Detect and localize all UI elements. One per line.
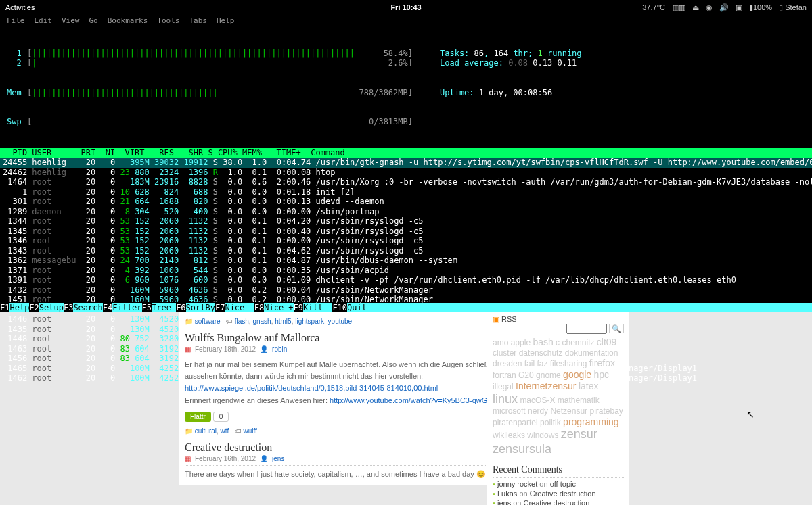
flattr-button[interactable]: Flattr [185,412,211,422]
rss-icon[interactable]: ▣ [493,315,499,323]
folder-link[interactable]: software [195,318,221,325]
tag-cloud-item[interactable]: firefox [589,358,615,368]
tag-link[interactable]: wtf [221,427,229,435]
blog-sidebar: ▣ RSS 🔍 amo apple bash c chemnitz clt09 … [487,312,629,505]
tag-link[interactable]: wulff [244,427,257,435]
menu-edit[interactable]: Edit [35,16,53,26]
disk-icon[interactable]: ▥▥ [672,3,685,12]
calendar-icon: ▦ [185,455,191,462]
process-row[interactable]: 1432 root 20 0 160M 5960 4636 S 0.0 0.2 … [0,285,812,295]
clock[interactable]: Fri 10:43 [390,3,421,11]
process-row[interactable]: 1289 daemon 20 0 8 304 520 400 S 0.0 0.0… [0,207,812,217]
process-row[interactable]: 1362 messagebu 20 0 24 700 2140 812 S 0.… [0,256,812,266]
comment-post-link[interactable]: Creative destruction [524,499,590,505]
tag-cloud-item[interactable]: google [563,369,591,380]
process-row[interactable]: 1344 root 20 0 53 152 2060 1132 S 0.0 0.… [0,216,812,226]
tag-cloud-item[interactable]: bash [533,337,553,347]
tag-cloud-item[interactable]: windows [527,431,558,440]
comment-post-link[interactable]: Creative destruction [530,489,596,498]
tag-cloud-item[interactable]: zensursula [493,442,551,456]
eject-icon[interactable]: ⏏ [692,3,699,12]
tag-cloud-item[interactable]: amo [493,338,508,347]
post-date: February 18th, 2012 [195,345,256,353]
htop-fkeys[interactable]: F1HelpF2SetupF3SearchF4FilterF5Tree F6So… [0,303,812,313]
tag-cloud-item[interactable]: piratenpartei [493,418,538,427]
activities-button[interactable]: Activities [5,3,35,11]
tag-cloud-item[interactable]: datenschutz [519,348,563,358]
tag-cloud-item[interactable]: latex [579,381,599,391]
tag-cloud-item[interactable]: fail [524,359,535,368]
tag-cloud-item[interactable]: cluster [493,348,516,358]
battery-indicator[interactable]: ▮100% [749,3,772,12]
tag-cloud-item[interactable]: politik [540,418,561,427]
tag-link[interactable]: lightspark [295,318,324,325]
process-row[interactable]: 1371 root 20 0 4 392 1000 544 S 0.0 0.0 … [0,266,812,276]
tag-cloud-item[interactable]: wikileaks [493,431,525,440]
tag-cloud-item[interactable]: linux [493,392,518,406]
post-author[interactable]: robin [272,345,287,353]
menu-view[interactable]: View [62,16,80,26]
tag-cloud-item[interactable]: hpc [594,369,610,380]
process-row[interactable]: 301 root 20 0 21 664 1688 820 S 0.0 0.0 … [0,197,812,207]
tag-cloud-item[interactable]: microsoft [493,406,526,416]
menu-help[interactable]: Help [217,16,235,26]
process-row[interactable]: 1 root 20 0 10 628 824 688 S 0.0 0.0 0:0… [0,187,812,197]
tag-cloud-item[interactable]: piratebay [589,406,623,416]
accessibility-icon[interactable]: ◉ [706,3,713,12]
post-date: February 16th, 2012 [195,455,256,462]
process-row[interactable]: 1391 root 20 0 6 960 1076 600 S 0.0 0.0 … [0,275,812,285]
menu-bookmarks[interactable]: Bookmarks [108,16,148,26]
tag-cloud-item[interactable]: programming [563,416,618,427]
tag-link[interactable]: gnash [252,318,271,325]
process-row[interactable]: 1464 root 20 0 183M 23916 8828 S 0.0 0.6… [0,177,812,187]
volume-icon[interactable]: 🔊 [719,3,729,12]
tag-cloud-item[interactable]: fortran [493,370,516,380]
tag-cloud-item[interactable]: faz [537,359,547,368]
tag-cloud-item[interactable]: chemnitz [562,338,594,347]
external-link[interactable]: http://www.youtube.com/watch?v=Ky5BC3-qw… [330,396,493,404]
process-row[interactable]: 1343 root 20 0 53 152 2060 1132 S 0.0 0.… [0,246,812,256]
tag-cloud-item[interactable]: nerdy [528,406,548,416]
user-icon: 👤 [260,345,268,353]
external-link[interactable]: http://www.spiegel.de/politik/deutschlan… [185,384,438,392]
post-author[interactable]: jens [272,455,284,462]
comment-post-link[interactable]: off topic [550,480,576,488]
tag-cloud-item[interactable]: dresden [493,359,522,368]
temperature-indicator[interactable]: 37.7°C [642,3,665,11]
tag-link[interactable]: youtube [328,318,353,325]
tag-cloud-item[interactable]: mathematik [558,395,600,405]
process-row[interactable]: 1346 root 20 0 53 152 2060 1132 S 0.0 0.… [0,236,812,246]
menu-go[interactable]: Go [89,16,98,26]
tag-link[interactable]: cultural [195,427,217,435]
search-input[interactable] [566,324,607,334]
tag-cloud-item[interactable]: gnome [536,370,561,380]
menu-tools[interactable]: Tools [157,16,179,26]
search-icon[interactable]: 🔍 [609,324,624,333]
htop-column-header[interactable]: PID USER PRI NI VIRT RES SHR S CPU% MEM%… [0,148,812,158]
tag-link[interactable]: html5 [275,318,291,325]
tag-cloud-item[interactable]: illegal [493,382,514,391]
tag-cloud-item[interactable]: G20 [518,370,534,380]
flattr-count: 0 [213,412,229,422]
tag-cloud-item[interactable]: dokumentation [565,348,618,358]
user-menu[interactable]: ▯ Stefan [779,3,807,12]
recent-comment: Lukas on Creative destruction [493,489,624,498]
tag-cloud-item[interactable]: Netzensur [550,406,587,416]
tag-cloud-item[interactable]: zensur [561,427,597,441]
menu-tabs[interactable]: Tabs [189,16,207,26]
process-row[interactable]: 1345 root 20 0 53 152 2060 1132 S 0.0 0.… [0,226,812,237]
tag-cloud-item[interactable]: c [556,338,560,347]
tag-cloud-item[interactable]: apple [511,338,531,347]
tag-cloud-item[interactable]: macOS-X [520,395,555,405]
tag-cloud-item[interactable]: clt09 [597,337,617,347]
rss-link[interactable]: RSS [501,315,517,323]
process-row[interactable]: 24462 hoehlig 20 0 23 880 2324 1396 R 1.… [0,168,812,178]
terminal-menubar[interactable]: FileEditViewGoBookmarksToolsTabsHelp [0,15,812,28]
tag-link[interactable]: flash [235,318,249,325]
tag-cloud-item[interactable]: Internetzensur [516,381,577,391]
menu-file[interactable]: File [7,16,25,26]
terminal-window[interactable]: FileEditViewGoBookmarksToolsTabsHelp 1[|… [0,15,812,312]
network-icon[interactable]: ▣ [736,3,742,12]
process-row[interactable]: 24455 hoehlig 20 0 395M 39032 19912 S 38… [0,158,812,168]
tag-cloud-item[interactable]: filesharing [550,359,587,368]
